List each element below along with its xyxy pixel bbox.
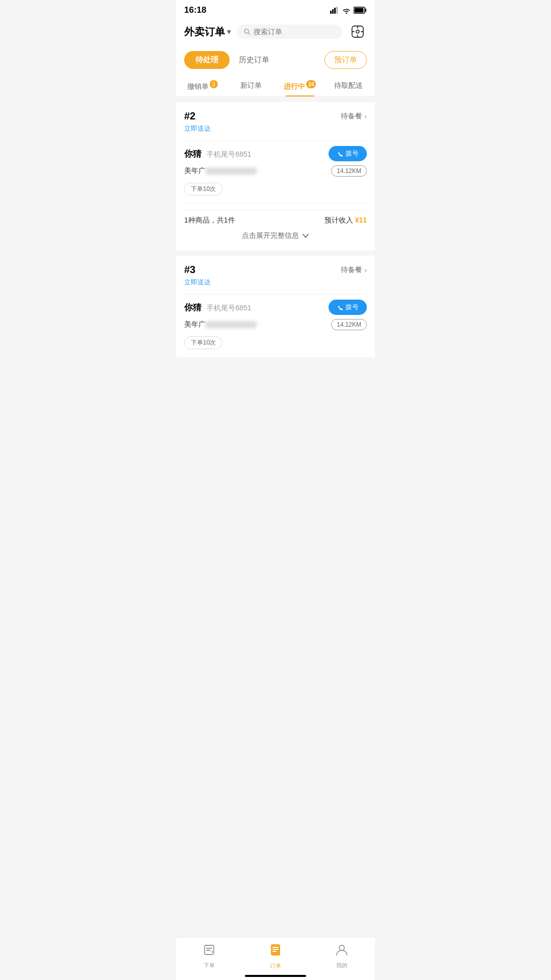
- address-row-1: 美年广 14.12KM: [184, 165, 367, 177]
- customer-row-1: 你猜 手机尾号6851 拨号: [184, 146, 367, 161]
- cancelled-badge: 3: [210, 80, 218, 88]
- chevron-right-icon: ›: [364, 112, 367, 120]
- address-blurred-2: [206, 321, 257, 328]
- search-icon: [244, 28, 251, 35]
- nav-label-order: 下单: [204, 962, 215, 969]
- call-button-2[interactable]: 拨号: [329, 300, 367, 315]
- wifi-icon: [342, 7, 351, 14]
- order-income-1: 预计收入 ¥11: [324, 216, 367, 225]
- nav-item-orders[interactable]: 订单: [242, 943, 309, 970]
- tab-prebook[interactable]: 预订单: [324, 51, 367, 69]
- svg-rect-5: [365, 9, 367, 12]
- nav-label-profile: 我的: [336, 962, 347, 969]
- order-count-tag-2: 下单10次: [184, 336, 222, 349]
- chevron-right-icon-2: ›: [364, 266, 367, 274]
- customer-row-2: 你猜 手机尾号6851 拨号: [184, 300, 367, 315]
- customer-name-1: 你猜: [184, 149, 202, 159]
- svg-rect-6: [355, 8, 364, 13]
- sub-tab-pickup[interactable]: 待取配送: [324, 75, 373, 95]
- order-count-2: 下单10次: [184, 334, 367, 349]
- phone-icon: [337, 151, 343, 157]
- status-time: 16:18: [184, 5, 206, 15]
- svg-rect-3: [336, 7, 338, 14]
- svg-rect-1: [332, 9, 334, 14]
- expand-row-1[interactable]: 点击展开完整信息: [184, 225, 367, 242]
- inprogress-badge: 24: [306, 80, 316, 88]
- chevron-down-expand-icon: [302, 232, 309, 239]
- divider-2: [184, 203, 367, 203]
- divider-1: [184, 140, 367, 141]
- address-blurred-1: [206, 167, 257, 175]
- svg-rect-15: [205, 945, 214, 954]
- settings-button[interactable]: [348, 22, 367, 41]
- battery-icon: [354, 7, 367, 14]
- nav-item-profile[interactable]: 我的: [309, 943, 375, 969]
- status-bar: 16:18: [176, 0, 375, 18]
- order-count-1: 下单10次: [184, 181, 367, 195]
- bottom-nav: 下单 订单 我的: [176, 937, 375, 980]
- order-number-2: #3: [184, 264, 195, 276]
- header-title[interactable]: 外卖订单 ▾: [184, 25, 231, 39]
- call-label-1: 拨号: [345, 149, 359, 158]
- customer-name-2: 你猜: [184, 303, 202, 312]
- svg-rect-18: [271, 944, 280, 955]
- search-bar[interactable]: [237, 24, 342, 39]
- customer-phone-2: 手机尾号6851: [207, 304, 251, 312]
- address-text-1: 美年广: [184, 166, 331, 176]
- address-row-2: 美年广 14.12KM: [184, 319, 367, 330]
- svg-rect-0: [330, 11, 332, 14]
- customer-info-2: 你猜 手机尾号6851: [184, 302, 252, 313]
- sub-tab-inprogress[interactable]: 进行中24: [276, 74, 324, 96]
- order-summary-1: 1种商品，共1件 预计收入 ¥11: [184, 210, 367, 225]
- svg-point-22: [339, 945, 344, 950]
- nav-label-orders: 订单: [270, 962, 281, 970]
- app-title: 外卖订单: [184, 25, 225, 39]
- order-header-2: #3 待备餐 ›: [184, 264, 367, 276]
- chevron-down-icon: ▾: [227, 28, 231, 36]
- call-label-2: 拨号: [345, 303, 359, 312]
- signal-icon: [330, 7, 339, 14]
- order-count-tag-1: 下单10次: [184, 183, 222, 195]
- phone-icon-2: [337, 304, 343, 311]
- order-delivery-type-2: 立即送达: [184, 278, 367, 287]
- nav-item-order[interactable]: 下单: [176, 943, 242, 969]
- order-card-1: #2 待备餐 › 立即送达 你猜 手机尾号6851 拨号 美年广: [176, 102, 375, 251]
- settings-icon: [351, 25, 364, 38]
- search-input[interactable]: [254, 28, 335, 36]
- address-text-2: 美年广: [184, 320, 331, 329]
- order-status-2: 待备餐 ›: [341, 265, 367, 275]
- order-card-2: #3 待备餐 › 立即送达 你猜 手机尾号6851 拨号 美年广: [176, 256, 375, 357]
- header: 外卖订单 ▾: [176, 18, 375, 46]
- call-button-1[interactable]: 拨号: [329, 146, 367, 161]
- order-header-1: #2 待备餐 ›: [184, 110, 367, 122]
- tab-history[interactable]: 历史订单: [234, 51, 274, 69]
- status-icons: [330, 7, 367, 14]
- order-items-text-1: 1种商品，共1件: [184, 216, 235, 225]
- main-tabs: 待处理 历史订单 预订单: [176, 46, 375, 74]
- divider-3: [184, 294, 367, 295]
- svg-point-10: [356, 30, 359, 33]
- distance-badge-2: 14.12KM: [331, 319, 367, 330]
- customer-info-1: 你猜 手机尾号6851: [184, 148, 252, 160]
- order-list: #2 待备餐 › 立即送达 你猜 手机尾号6851 拨号 美年广: [176, 97, 375, 408]
- person-icon: [335, 943, 348, 960]
- edit-icon: [203, 943, 216, 960]
- svg-line-8: [248, 33, 250, 34]
- home-indicator: [245, 975, 306, 977]
- order-status-1: 待备餐 ›: [341, 112, 367, 121]
- customer-phone-1: 手机尾号6851: [207, 150, 251, 158]
- order-delivery-type-1: 立即送达: [184, 124, 367, 133]
- sub-tab-cancelled[interactable]: 撤销单3: [178, 74, 227, 96]
- tab-pending[interactable]: 待处理: [184, 51, 230, 69]
- sub-tab-new[interactable]: 新订单: [227, 75, 276, 95]
- orders-icon: [268, 943, 283, 960]
- order-number-1: #2: [184, 110, 195, 122]
- sub-tabs: 撤销单3 新订单 进行中24 待取配送: [176, 74, 375, 97]
- distance-badge-1: 14.12KM: [331, 165, 367, 177]
- svg-rect-2: [334, 8, 336, 14]
